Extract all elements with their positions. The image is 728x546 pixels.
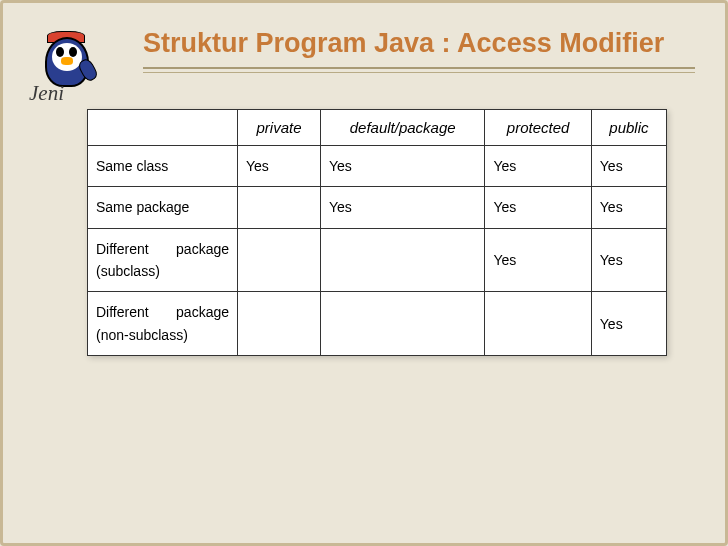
cell	[238, 292, 321, 356]
logo-text: Jeni	[29, 81, 64, 106]
cell	[238, 228, 321, 292]
title-underline	[143, 67, 695, 73]
penguin-eye-icon	[69, 47, 77, 57]
row-label: Same class	[88, 145, 238, 186]
divider-thick	[143, 67, 695, 69]
jeni-logo: Jeni	[19, 29, 109, 109]
table-header-default: default/package	[320, 109, 484, 145]
cell: Yes	[485, 187, 591, 228]
row-label: Different package (subclass)	[88, 228, 238, 292]
cell	[238, 187, 321, 228]
table-row: Different package (non-subclass) Yes	[88, 292, 667, 356]
divider-thin	[143, 72, 695, 73]
table-header-row: private default/package protected public	[88, 109, 667, 145]
cell: Yes	[320, 145, 484, 186]
table-row: Different package (subclass) Yes Yes	[88, 228, 667, 292]
cell: Yes	[485, 228, 591, 292]
cell: Yes	[591, 145, 666, 186]
cell: Yes	[238, 145, 321, 186]
cell	[320, 228, 484, 292]
cell: Yes	[591, 292, 666, 356]
slide-container: Jeni Struktur Program Java : Access Modi…	[0, 0, 728, 546]
cell: Yes	[591, 228, 666, 292]
table-row: Same class Yes Yes Yes Yes	[88, 145, 667, 186]
row-label: Different package (non-subclass)	[88, 292, 238, 356]
slide-header: Struktur Program Java : Access Modifier	[143, 27, 695, 61]
slide-title: Struktur Program Java : Access Modifier	[143, 27, 695, 61]
cell	[320, 292, 484, 356]
table-header-public: public	[591, 109, 666, 145]
access-modifier-table-container: private default/package protected public…	[87, 109, 667, 356]
cell: Yes	[320, 187, 484, 228]
penguin-eye-icon	[56, 47, 64, 57]
access-modifier-table: private default/package protected public…	[87, 109, 667, 356]
cell: Yes	[485, 145, 591, 186]
cell	[485, 292, 591, 356]
table-header-protected: protected	[485, 109, 591, 145]
cell: Yes	[591, 187, 666, 228]
table-header-private: private	[238, 109, 321, 145]
table-header-empty	[88, 109, 238, 145]
penguin-beak-icon	[61, 57, 73, 65]
table-row: Same package Yes Yes Yes	[88, 187, 667, 228]
row-label: Same package	[88, 187, 238, 228]
